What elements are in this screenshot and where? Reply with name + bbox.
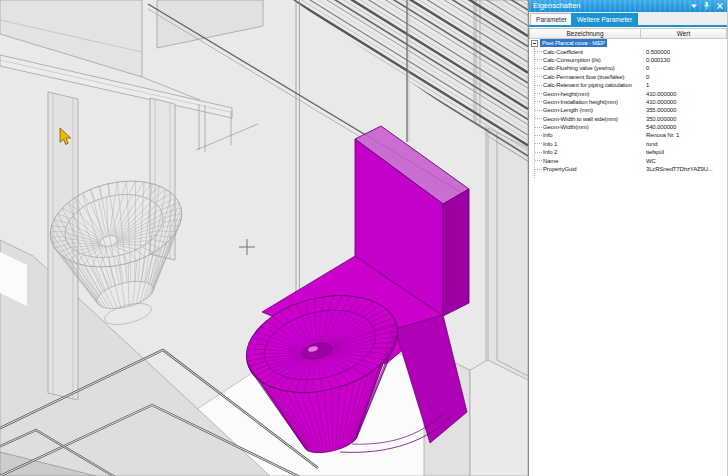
tree-expander[interactable]: [531, 40, 538, 47]
property-name: Calc-Coefficient: [543, 49, 632, 55]
panel-title: Eigenschaften: [533, 1, 581, 10]
property-value: WC: [646, 158, 656, 164]
property-name: Geom-Width(mm): [543, 124, 632, 130]
property-value: tiefspül: [646, 149, 664, 155]
panel-tabs: Parameter Weitere Parameter: [529, 12, 727, 25]
tab-parameter[interactable]: Parameter: [530, 13, 573, 25]
property-name: Geom-Length (mm): [543, 107, 632, 113]
property-row[interactable]: Geom-Installation height(mm) 410.000000: [529, 98, 727, 106]
property-name: Info 1: [543, 141, 632, 147]
property-row[interactable]: Info 2 tiefspül: [529, 148, 727, 156]
property-row[interactable]: Calc-Relevant for piping calculation (tr…: [529, 81, 727, 89]
tree-branch: [535, 59, 542, 60]
property-rows: Calc-Coefficient 0.500000 Calc-Consumpti…: [529, 47, 727, 173]
property-row[interactable]: Geom-Width(mm) 540.000000: [529, 123, 727, 131]
panel-titlebar: Eigenschaften: [529, 0, 727, 12]
property-name: Info: [543, 132, 632, 138]
chevron-down-icon[interactable]: [690, 2, 698, 10]
tree-branch: [535, 143, 542, 144]
property-row[interactable]: PropertyGuid 3LcRSnedT7DhzYAZ9U...: [529, 165, 727, 173]
tree-branch: [535, 152, 542, 153]
tree-branch: [535, 135, 542, 136]
property-name: Calc-Relevant for piping calculation (tr…: [543, 82, 632, 88]
property-row[interactable]: Calc-Permanent flow (true/false) 0: [529, 73, 727, 81]
tree-branch: [535, 169, 542, 170]
property-value: 355.000000: [646, 107, 676, 113]
tab-accent-line: [529, 25, 727, 27]
property-name: Name: [543, 158, 632, 164]
property-value: rund: [646, 141, 657, 147]
property-row[interactable]: Name WC: [529, 156, 727, 164]
property-row[interactable]: Geom-height(mm) 410.000000: [529, 89, 727, 97]
property-value: 540.000000: [646, 124, 676, 130]
cad-viewport[interactable]: [0, 0, 528, 476]
tree-branch: [535, 160, 542, 161]
tree-root-label: Pset Plancal nova - MEP: [540, 39, 607, 47]
pin-icon[interactable]: [703, 2, 711, 10]
property-name: Info 2: [543, 149, 632, 155]
property-row[interactable]: Calc-Flushing valve (yes/no) 0: [529, 64, 727, 72]
property-name: Geom-height(mm): [543, 91, 632, 97]
app-window: Eigenschaften Parameter Weitere Paramete…: [0, 0, 728, 476]
tree-branch: [535, 93, 542, 94]
tree-branch: [535, 118, 542, 119]
tree-branch: [535, 127, 542, 128]
grid-header: Bezeichnung Wert: [529, 28, 727, 39]
property-row[interactable]: Calc-Consumption (l/s) 0.000130: [529, 56, 727, 64]
property-value: 410.000000: [646, 99, 676, 105]
tree-branch: [535, 51, 542, 52]
tree-branch: [535, 101, 542, 102]
property-value: 0.000130: [646, 57, 670, 63]
property-row[interactable]: Calc-Coefficient 0.500000: [529, 47, 727, 55]
property-name: Geom-Width to wall side(mm): [543, 116, 632, 122]
property-name: PropertyGuid: [543, 166, 632, 172]
property-row[interactable]: Geom-Length (mm) 355.000000: [529, 106, 727, 114]
tree-branch: [535, 110, 542, 111]
property-value: 0: [646, 74, 649, 80]
properties-panel: Eigenschaften Parameter Weitere Paramete…: [528, 0, 728, 476]
property-value: 410.000000: [646, 91, 676, 97]
property-value: 0: [646, 65, 649, 71]
property-value: Renova Nr. 1: [646, 132, 679, 138]
property-value: 1: [646, 82, 649, 88]
property-row[interactable]: Info 1 rund: [529, 140, 727, 148]
property-name: Geom-Installation height(mm): [543, 99, 632, 105]
grid-body: Pset Plancal nova - MEP Calc-Coefficient…: [529, 39, 727, 476]
property-value: 3LcRSnedT7DhzYAZ9U...: [646, 166, 712, 172]
tree-branch: [535, 76, 542, 77]
property-name: Calc-Flushing valve (yes/no): [543, 65, 632, 71]
property-row[interactable]: Geom-Width to wall side(mm) 350.000000: [529, 115, 727, 123]
tree-root-row[interactable]: Pset Plancal nova - MEP: [529, 39, 727, 47]
tab-weitere-parameter[interactable]: Weitere Parameter: [571, 13, 638, 25]
property-name: Calc-Permanent flow (true/false): [543, 74, 632, 80]
column-header-wert[interactable]: Wert: [641, 28, 727, 39]
property-value: 0.500000: [646, 49, 670, 55]
property-name: Calc-Consumption (l/s): [543, 57, 632, 63]
tree-branch: [535, 85, 542, 86]
close-icon[interactable]: [716, 2, 724, 10]
property-row[interactable]: Info Renova Nr. 1: [529, 131, 727, 139]
tree-branch: [535, 68, 542, 69]
column-header-bezeichnung[interactable]: Bezeichnung: [529, 28, 641, 39]
property-value: 350.000000: [646, 116, 676, 122]
